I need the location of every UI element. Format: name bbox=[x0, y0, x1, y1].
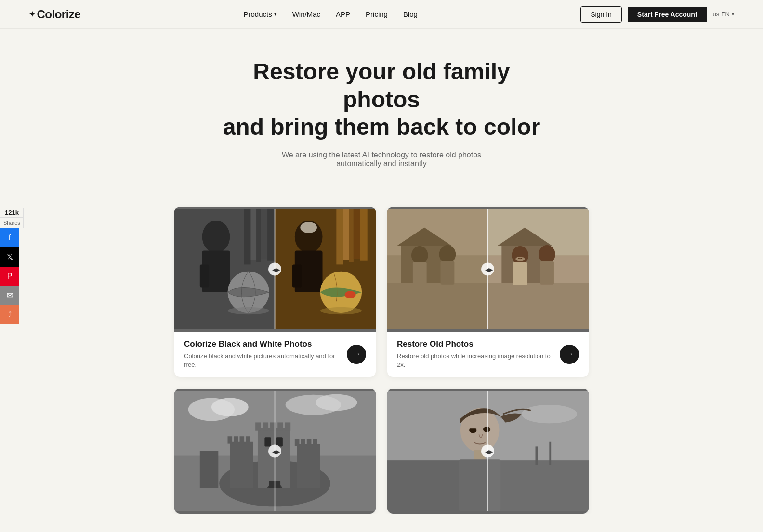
nav-item-products[interactable]: Products bbox=[244, 10, 277, 18]
card-colorize-title: Colorize Black and White Photos bbox=[184, 339, 347, 349]
svg-rect-42 bbox=[387, 209, 488, 329]
nav-link-app[interactable]: APP bbox=[336, 10, 350, 18]
svg-point-14 bbox=[228, 307, 269, 314]
svg-rect-68 bbox=[277, 423, 283, 431]
card-colorize-description: Colorize black and white pictures automa… bbox=[184, 352, 347, 369]
svg-rect-75 bbox=[297, 444, 320, 488]
svg-point-62 bbox=[316, 394, 357, 411]
card-restore-title: Restore Old Photos bbox=[397, 339, 560, 349]
card-restore-description: Restore old photos while increasing imag… bbox=[397, 352, 560, 369]
email-share-button[interactable]: ✉ bbox=[0, 286, 19, 305]
twitter-share-button[interactable]: 𝕏 bbox=[0, 247, 19, 267]
card-colorize: ◀▶ Colorize Black and White Photos Color… bbox=[174, 207, 376, 377]
twitter-icon: 𝕏 bbox=[7, 252, 13, 261]
svg-rect-21 bbox=[360, 209, 367, 261]
nav-item-winmac[interactable]: Win/Mac bbox=[292, 10, 320, 19]
nav-item-pricing[interactable]: Pricing bbox=[366, 10, 388, 19]
logo-text: Colorize bbox=[37, 8, 81, 21]
nav-item-blog[interactable]: Blog bbox=[403, 10, 418, 19]
nav-link-blog[interactable]: Blog bbox=[403, 10, 418, 18]
facebook-icon: f bbox=[9, 234, 11, 242]
share-icon: ⤴ bbox=[8, 311, 12, 319]
svg-text:◀▶: ◀▶ bbox=[272, 449, 280, 454]
svg-rect-78 bbox=[307, 439, 312, 446]
arrow-icon-2: → bbox=[565, 349, 574, 359]
svg-rect-74 bbox=[246, 436, 250, 443]
card-colorize-arrow[interactable]: → bbox=[347, 345, 366, 364]
logo[interactable]: ✦ Colorize bbox=[29, 8, 80, 21]
svg-rect-76 bbox=[295, 439, 300, 446]
nav-item-app[interactable]: APP bbox=[336, 10, 350, 19]
svg-rect-82 bbox=[264, 437, 271, 446]
svg-rect-17 bbox=[336, 209, 343, 264]
svg-point-10 bbox=[202, 221, 230, 253]
card-colorize-info: Colorize Black and White Photos Colorize… bbox=[174, 332, 376, 377]
facebook-share-button[interactable]: f bbox=[0, 228, 19, 247]
shares-label: Shares bbox=[0, 218, 24, 228]
svg-rect-12 bbox=[200, 264, 209, 287]
logo-star-icon: ✦ bbox=[29, 10, 35, 19]
card-portrait: ◀▶ bbox=[387, 389, 589, 514]
card-colorize-text: Colorize Black and White Photos Colorize… bbox=[184, 339, 347, 369]
nav-link-products[interactable]: Products bbox=[244, 10, 277, 18]
svg-rect-69 bbox=[285, 423, 291, 431]
svg-rect-71 bbox=[228, 436, 233, 443]
card-restore: ◀▶ Restore Old Photos Restore old photos… bbox=[387, 207, 589, 377]
svg-point-28 bbox=[320, 307, 362, 314]
hero-title: Restore your old family photos and bring… bbox=[213, 58, 550, 141]
svg-rect-66 bbox=[263, 423, 269, 431]
card-restore-image: ◀▶ bbox=[387, 207, 589, 332]
svg-point-94 bbox=[469, 428, 476, 433]
svg-rect-8 bbox=[261, 209, 267, 259]
svg-rect-80 bbox=[200, 451, 218, 488]
svg-rect-77 bbox=[301, 439, 305, 446]
card-castle-image: ◀▶ bbox=[174, 389, 376, 514]
locale-selector[interactable]: us EN bbox=[713, 11, 734, 18]
hero-subtitle: We are using the latest AI technology to… bbox=[261, 151, 502, 168]
svg-rect-7 bbox=[256, 209, 261, 262]
pinterest-share-button[interactable]: P bbox=[0, 267, 19, 286]
nav-link-winmac[interactable]: Win/Mac bbox=[292, 10, 320, 18]
svg-point-27 bbox=[345, 291, 356, 298]
svg-rect-24 bbox=[292, 264, 302, 287]
arrow-icon: → bbox=[352, 349, 361, 359]
svg-rect-5 bbox=[244, 209, 250, 264]
hero-section: Restore your old family photos and bring… bbox=[0, 29, 763, 187]
navbar: ✦ Colorize Products Win/Mac APP Pricing … bbox=[0, 0, 763, 29]
social-sidebar: 121k Shares f 𝕏 P ✉ ⤴ bbox=[0, 208, 24, 324]
card-restore-info: Restore Old Photos Restore old photos wh… bbox=[387, 332, 589, 377]
card-restore-arrow[interactable]: → bbox=[560, 345, 579, 364]
svg-text:◀▶: ◀▶ bbox=[272, 267, 280, 272]
svg-rect-79 bbox=[313, 439, 317, 446]
nav-links: Products Win/Mac APP Pricing Blog bbox=[244, 10, 418, 19]
svg-text:◀▶: ◀▶ bbox=[485, 267, 493, 272]
hero-title-line1: Restore your old family photos bbox=[253, 59, 510, 112]
nav-link-pricing[interactable]: Pricing bbox=[366, 10, 388, 18]
svg-rect-53 bbox=[488, 209, 589, 329]
svg-rect-6 bbox=[251, 209, 257, 260]
svg-rect-20 bbox=[354, 209, 360, 259]
card-castle: ◀▶ bbox=[174, 389, 376, 514]
svg-point-60 bbox=[211, 398, 249, 416]
shares-count: 121k bbox=[0, 208, 24, 218]
svg-rect-64 bbox=[258, 428, 290, 488]
svg-point-25 bbox=[300, 222, 317, 233]
svg-rect-18 bbox=[343, 209, 349, 260]
svg-rect-65 bbox=[255, 423, 261, 431]
share-button[interactable]: ⤴ bbox=[0, 305, 19, 324]
svg-rect-73 bbox=[239, 436, 244, 443]
email-icon: ✉ bbox=[7, 291, 13, 300]
svg-rect-70 bbox=[230, 442, 253, 488]
pinterest-icon: P bbox=[7, 272, 13, 281]
nav-actions: Sign In Start Free Account us EN bbox=[580, 6, 734, 23]
signin-button[interactable]: Sign In bbox=[580, 6, 622, 23]
svg-rect-102 bbox=[488, 391, 589, 511]
card-colorize-image: ◀▶ bbox=[174, 207, 376, 332]
start-free-button[interactable]: Start Free Account bbox=[628, 7, 707, 22]
hero-title-line2: and bring them back to color bbox=[223, 114, 540, 140]
svg-rect-19 bbox=[349, 209, 354, 262]
cards-grid: ◀▶ Colorize Black and White Photos Color… bbox=[165, 207, 598, 514]
card-restore-text: Restore Old Photos Restore old photos wh… bbox=[397, 339, 560, 369]
svg-rect-9 bbox=[267, 209, 275, 261]
svg-rect-72 bbox=[234, 436, 238, 443]
